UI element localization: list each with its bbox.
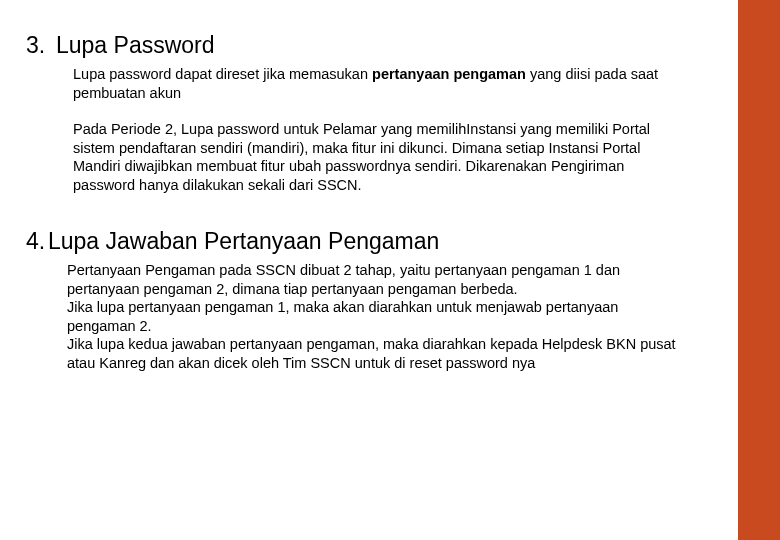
paragraph-3-1: Lupa password dapat direset jika memasuk… (73, 65, 678, 102)
paragraph-4-3: Jika lupa kedua jawaban pertanyaan penga… (67, 336, 676, 371)
heading-title-lupa-jawaban: Lupa Jawaban Pertanyaan Pengaman (48, 228, 439, 255)
side-accent-bar (738, 0, 780, 540)
paragraph-4-1: Pertanyaan Pengaman pada SSCN dibuat 2 t… (67, 262, 620, 297)
paragraph-4-2: Jika lupa pertanyaan pengaman 1, maka ak… (67, 299, 618, 334)
heading-title-lupa-password: Lupa Password (56, 32, 215, 59)
text-bold-pertanyaan-pengaman: pertanyaan pengaman (372, 66, 526, 82)
paragraph-4-body: Pertanyaan Pengaman pada SSCN dibuat 2 t… (67, 261, 678, 372)
section-lupa-jawaban: 4. Lupa Jawaban Pertanyaan Pengaman Pert… (26, 228, 678, 372)
page-content: 3. Lupa Password Lupa password dapat dir… (0, 0, 738, 427)
section-lupa-password: 3. Lupa Password Lupa password dapat dir… (26, 32, 678, 194)
heading-row: 4. Lupa Jawaban Pertanyaan Pengaman (26, 228, 678, 255)
paragraph-3-2: Pada Periode 2, Lupa password untuk Pela… (73, 120, 678, 194)
text-fragment: Lupa password dapat direset jika memasuk… (73, 66, 372, 82)
list-number-4: 4. (26, 228, 48, 255)
list-number-3: 3. (26, 32, 56, 59)
heading-row: 3. Lupa Password (26, 32, 678, 59)
